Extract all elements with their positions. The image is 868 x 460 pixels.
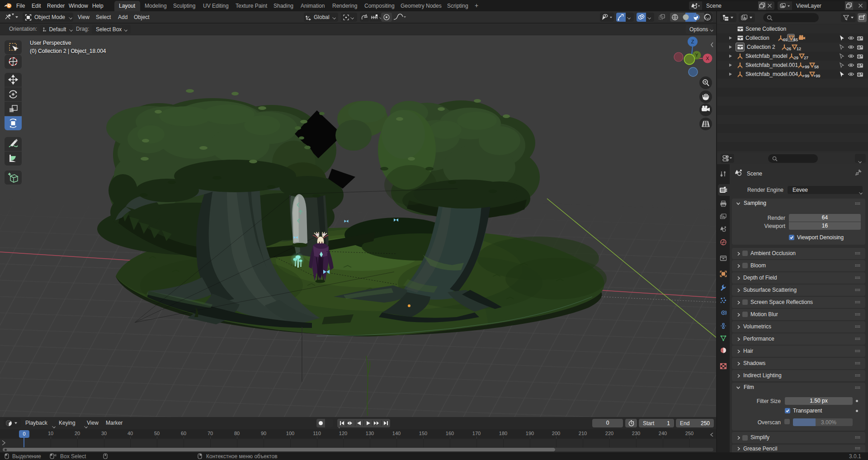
svg-text:X: X xyxy=(706,56,709,61)
svg-text:Y: Y xyxy=(695,53,698,58)
svg-text:Z: Z xyxy=(691,39,694,44)
